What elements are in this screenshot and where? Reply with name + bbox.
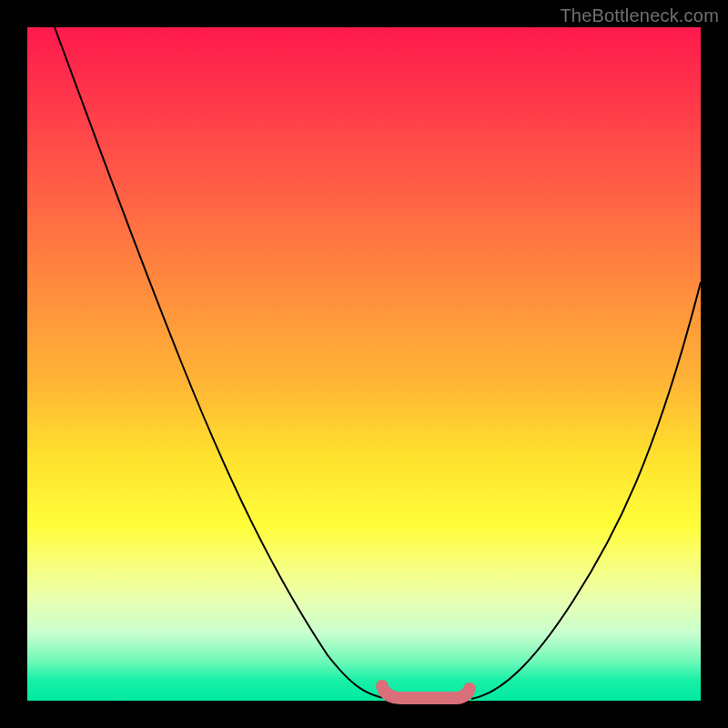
right-curve [471,282,701,699]
watermark-text: TheBottleneck.com [560,5,719,26]
chart-frame: TheBottleneck.com [0,0,728,728]
left-curve [55,27,389,699]
plot-area [27,27,701,701]
trough-highlight [384,689,470,698]
trough-start-dot [376,680,389,693]
curve-layer [27,27,701,701]
